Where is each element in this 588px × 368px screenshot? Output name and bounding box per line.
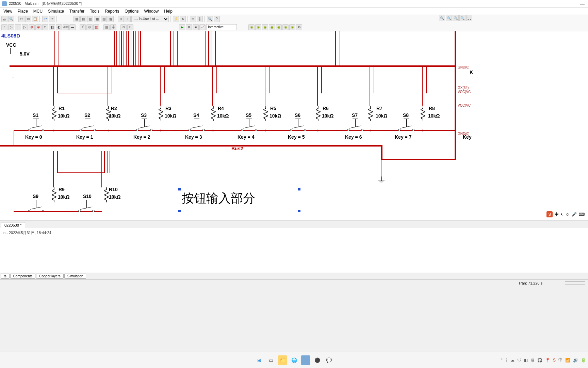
comp-analog-button[interactable]: ▷ (22, 24, 28, 30)
instr-3[interactable]: ◉ (262, 24, 268, 30)
zoom-sel-button[interactable]: 🔍 (459, 15, 466, 21)
zoom-out-button[interactable]: 🔍 (446, 15, 452, 21)
instr-2[interactable]: ◉ (255, 24, 261, 30)
comp-basic-button[interactable]: ÷ (1, 24, 7, 30)
menu-simulate[interactable]: Simulate (46, 8, 66, 14)
comp-misc2-button[interactable]: MISC (63, 24, 69, 30)
switch-s1[interactable] (28, 126, 44, 133)
measure-button[interactable]: ═ (190, 16, 196, 22)
comp-cmos-button[interactable]: ⊗ (35, 24, 42, 30)
location-icon[interactable]: 📍 (545, 358, 550, 363)
zoom-fit-button[interactable]: 🔍 (453, 15, 459, 21)
run-button[interactable]: ▶ (179, 24, 185, 30)
wechat-icon[interactable]: 💬 (324, 355, 333, 365)
comp-mixed-button[interactable]: ◧ (49, 24, 55, 30)
tray-chevron-icon[interactable]: ^ (501, 358, 503, 363)
place-net-button[interactable]: ⟂ (125, 16, 131, 22)
comp-ind-button[interactable]: ◐ (56, 24, 62, 30)
battery-icon[interactable]: 🔋 (581, 358, 586, 363)
comp-ttl-button[interactable]: ⊕ (29, 24, 35, 30)
switch-s2[interactable] (80, 126, 96, 133)
inuse-combo[interactable]: --- In-Use List --- (131, 16, 169, 22)
switch-s9[interactable] (28, 207, 44, 214)
security-icon[interactable]: 🛡 (517, 358, 521, 363)
taskview-button[interactable]: ▭ (266, 355, 276, 365)
zoom-in-button[interactable]: 🔍 (439, 15, 445, 21)
sim-mode-combo[interactable] (206, 24, 237, 30)
ime-mic-icon[interactable]: 🎤 (572, 212, 577, 217)
stop-button[interactable]: ■ (193, 24, 199, 30)
menu-mcu[interactable]: MCU (31, 8, 45, 14)
rotate-button[interactable]: ↻ (120, 24, 127, 30)
headphones-icon[interactable]: 🎧 (537, 358, 542, 363)
system-tray[interactable]: ^ ᛒ ☁ 🛡 ◧ 🖥 🎧 📍 S 中 📶 🔊 🔋 (501, 357, 586, 363)
resistor-r9[interactable] (52, 187, 56, 202)
tab-ts[interactable]: ts (1, 274, 10, 279)
sogou-icon[interactable]: S (546, 211, 553, 217)
ime-lang[interactable]: 中 (555, 212, 559, 217)
grid-button[interactable]: ▦ (74, 16, 80, 22)
lang-indicator[interactable]: 中 (558, 357, 562, 363)
resistor-r5[interactable] (263, 106, 268, 121)
bluetooth-icon[interactable]: ᛒ (505, 358, 508, 363)
resistor-r8[interactable] (421, 106, 425, 121)
menu-place[interactable]: Place (16, 8, 30, 14)
cut-button[interactable]: ✂ (18, 16, 24, 22)
ime-kb-icon[interactable]: ⌨ (579, 212, 585, 217)
volume-icon[interactable]: 🔊 (573, 358, 578, 363)
comp-transistor-button[interactable]: ⊢ (15, 24, 21, 30)
switch-s5[interactable] (241, 126, 257, 133)
tab-copper[interactable]: Copper layers (36, 274, 63, 279)
find-button[interactable]: 🔍 (207, 16, 213, 22)
display-icon[interactable]: 🖥 (530, 358, 535, 363)
resistor-r6[interactable] (316, 106, 321, 121)
pause-button[interactable]: ⏸ (186, 24, 192, 30)
schematic-canvas[interactable]: 4LS08D VCC 5.0V Bus2 GND(0) K GX(34) VCC… (0, 31, 588, 221)
comp-diode-button[interactable]: ▷ (8, 24, 14, 30)
print-button[interactable]: 🖨 (1, 16, 7, 22)
switch-s4[interactable] (189, 126, 205, 133)
resistor-r7[interactable] (368, 106, 373, 121)
tab-components[interactable]: Components (10, 274, 36, 279)
explorer-icon[interactable]: 📁 (278, 355, 287, 365)
comp-conn-button[interactable]: ⊙ (86, 24, 93, 30)
fullscreen-button[interactable]: ⛶ (466, 15, 472, 21)
start-button[interactable]: ⊞ (255, 355, 264, 365)
sogou-tray-icon[interactable]: S (553, 358, 556, 363)
switch-s6[interactable] (290, 126, 306, 133)
file-tab[interactable]: 0220530 * (1, 222, 25, 228)
selection-handle[interactable] (178, 188, 181, 190)
resistor-r4[interactable] (211, 106, 216, 121)
ime-emoji-icon[interactable]: ☺ (566, 212, 570, 217)
sheet-button[interactable]: ▤ (80, 16, 86, 22)
comp-rf-button[interactable]: ▬ (69, 24, 76, 30)
print-preview-button[interactable]: 🔍 (8, 16, 14, 22)
undo-button[interactable]: ↶ (42, 16, 48, 22)
sheet2-button[interactable]: ▥ (87, 16, 93, 22)
probe2-button[interactable]: ↯ (180, 16, 186, 22)
instr-settings[interactable]: ⚙ (296, 24, 302, 30)
network-icon[interactable]: 📶 (565, 358, 570, 363)
menu-help[interactable]: Help (162, 8, 175, 14)
selection-handle[interactable] (178, 210, 181, 212)
sheet5-button[interactable]: ▩ (108, 16, 114, 22)
resistor-r1[interactable] (52, 106, 56, 121)
switch-s7[interactable] (347, 126, 363, 133)
chrome-icon[interactable]: 🌐 (289, 355, 299, 365)
place-component-button[interactable]: ⊕ (118, 16, 124, 22)
instr-5[interactable]: ◉ (276, 24, 282, 30)
paste-button[interactable]: 📋 (32, 16, 38, 22)
sheet4-button[interactable]: ▨ (101, 16, 107, 22)
menu-window[interactable]: Window (142, 8, 161, 14)
interactive-icon[interactable]: 📈 (199, 24, 206, 30)
annotation-text[interactable]: 按钮输入部分 (182, 190, 255, 207)
selection-handle[interactable] (298, 210, 300, 212)
hier-button[interactable]: ▦ (103, 24, 110, 30)
menu-reports[interactable]: Reports (103, 8, 121, 14)
multisim-icon[interactable] (301, 355, 310, 365)
measure2-button[interactable]: ╫ (197, 16, 203, 22)
bus-button[interactable]: ╪ (110, 24, 116, 30)
probe-button[interactable]: ⚡ (173, 16, 179, 22)
minimize-button[interactable]: — (578, 1, 586, 6)
resistor-r3[interactable] (159, 106, 163, 121)
